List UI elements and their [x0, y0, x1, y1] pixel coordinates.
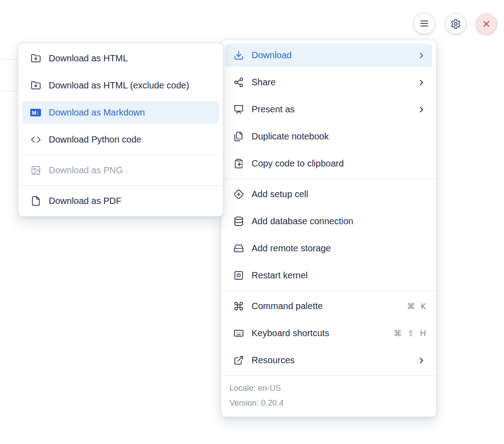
menu-item-label: Download as PDF: [49, 196, 213, 206]
keyboard-icon: [233, 328, 244, 339]
copy-pages-icon: [233, 131, 244, 142]
settings-button[interactable]: [445, 14, 466, 34]
submenu-group-documents: Download as HTML Download as HTML (exclu…: [18, 43, 223, 155]
submenu-group-pdf: Download as PDF: [18, 186, 223, 216]
submenu-group-image: Download as PNG: [18, 155, 223, 185]
shutdown-button[interactable]: [476, 14, 497, 34]
markdown-badge-icon: M↓: [30, 107, 41, 118]
clipboard-copy-icon: [233, 158, 244, 169]
menu-item-label: Restart kernel: [252, 270, 426, 281]
menu-item-download-as-markdown[interactable]: M↓ Download as Markdown: [22, 101, 219, 124]
chevron-right-icon: [417, 356, 426, 365]
menu-item-copy-code[interactable]: Copy code to clipboard: [225, 152, 432, 175]
keyboard-shortcut-hint: ⌘ K: [407, 301, 426, 311]
menu-item-download-python-code[interactable]: Download Python code: [22, 128, 219, 151]
menu-item-add-remote-storage[interactable]: Add remote storage: [225, 237, 432, 260]
menu-item-download-as-pdf[interactable]: Download as PDF: [22, 190, 219, 213]
download-submenu: Download as HTML Download as HTML (exclu…: [18, 43, 223, 217]
menu-item-label: Keyboard shortcuts: [252, 328, 386, 338]
keyboard-shortcut-hint: ⌘ ⇧ H: [394, 328, 426, 338]
menu-item-label: Present as: [252, 104, 409, 115]
folder-down-icon: [30, 80, 41, 91]
menu-footer: Locale: en-US Version: 0.20.4: [221, 376, 436, 416]
menu-item-label: Add database connection: [252, 216, 426, 227]
folder-down-icon: [30, 53, 41, 64]
menu-item-label: Add setup cell: [252, 189, 426, 199]
external-link-icon: [233, 355, 244, 366]
power-square-icon: [233, 270, 244, 281]
locale-text: Locale: en-US: [229, 381, 428, 396]
version-text: Version: 0.20.4: [229, 396, 428, 411]
menu-item-label: Resources: [252, 355, 409, 365]
menu-item-share[interactable]: Share: [225, 71, 432, 94]
diamond-plus-icon: [233, 189, 244, 200]
menu-item-download-as-png: Download as PNG: [22, 159, 219, 182]
menu-item-label: Add remote storage: [252, 243, 426, 254]
chevron-right-icon: [417, 105, 426, 114]
notebook-menu-button[interactable]: [413, 13, 435, 34]
hamburger-menu-icon: [418, 18, 430, 29]
menu-item-resources[interactable]: Resources: [225, 349, 432, 372]
menu-item-present-as[interactable]: Present as: [225, 98, 432, 121]
menu-item-label: Download as Markdown: [49, 107, 213, 118]
menu-item-label: Duplicate notebook: [252, 131, 426, 142]
menu-item-download-as-html[interactable]: Download as HTML: [22, 47, 219, 70]
page-divider: [0, 91, 18, 91]
menu-item-duplicate-notebook[interactable]: Duplicate notebook: [225, 125, 432, 148]
menu-group-help: Command palette ⌘ K Keyboard shortcuts ⌘…: [221, 291, 436, 375]
image-icon: [30, 165, 41, 176]
menu-item-download[interactable]: Download: [225, 44, 432, 67]
menu-item-add-database-connection[interactable]: Add database connection: [225, 210, 432, 233]
database-icon: [233, 216, 244, 227]
page-divider: [0, 59, 18, 60]
share-icon: [233, 77, 244, 88]
presentation-icon: [233, 104, 244, 115]
menu-item-label: Download Python code: [49, 134, 213, 145]
code-icon: [30, 134, 41, 145]
menu-group-kernel: Add setup cell Add database connection A…: [221, 179, 436, 291]
notebook-menu: Download Share Present as: [221, 40, 436, 417]
chevron-right-icon: [417, 51, 426, 60]
menu-item-label: Share: [252, 77, 409, 88]
menu-item-label: Download as HTML: [49, 53, 213, 64]
download-icon: [233, 50, 244, 61]
menu-item-download-as-html-exclude-code[interactable]: Download as HTML (exclude code): [22, 74, 219, 97]
gear-icon: [450, 18, 461, 29]
menu-item-label: Copy code to clipboard: [252, 158, 426, 169]
file-icon: [30, 196, 41, 207]
close-x-icon: [481, 19, 491, 29]
command-icon: [233, 301, 244, 312]
menu-item-label: Command palette: [252, 301, 399, 311]
chevron-right-icon: [417, 78, 426, 87]
menu-item-keyboard-shortcuts[interactable]: Keyboard shortcuts ⌘ ⇧ H: [225, 322, 432, 345]
menu-item-add-setup-cell[interactable]: Add setup cell: [225, 183, 432, 206]
hard-drive-icon: [233, 243, 244, 254]
menu-item-label: Download: [252, 50, 409, 60]
menu-group-share: Download Share Present as: [221, 40, 436, 179]
menu-item-restart-kernel[interactable]: Restart kernel: [225, 264, 432, 287]
menu-item-label: Download as PNG: [49, 165, 213, 176]
menu-item-label: Download as HTML (exclude code): [49, 80, 213, 91]
menu-item-command-palette[interactable]: Command palette ⌘ K: [225, 295, 432, 318]
